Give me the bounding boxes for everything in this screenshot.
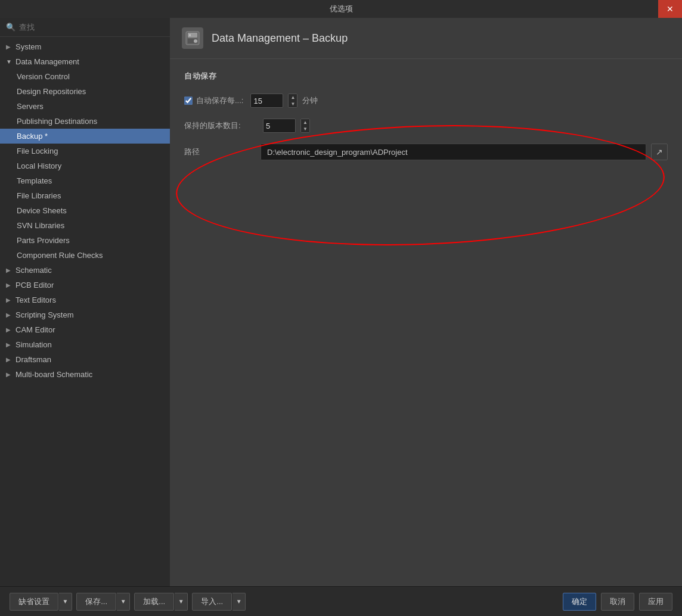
load-button[interactable]: 加载... — [134, 593, 174, 611]
sidebar-item-label-component-rule-checks: Component Rule Checks — [17, 251, 103, 260]
versions-up-arrow[interactable]: ▲ — [301, 119, 309, 126]
expand-arrow-schematic: ▶ — [6, 267, 13, 273]
default-btn-group: 缺省设置 ▼ — [10, 593, 72, 611]
sidebar-item-label-simulation: Simulation — [16, 340, 52, 349]
path-row: 路径 ↗ — [184, 144, 668, 160]
autosave-interval-row: 自动保存每...: 15 ▲ ▼ 分钟 — [184, 94, 668, 108]
sidebar-item-label-pcb-editor: PCB Editor — [16, 281, 54, 290]
sidebar-item-label-parts-providers: Parts Providers — [17, 236, 70, 245]
interval-down-arrow[interactable]: ▼ — [289, 101, 297, 107]
expand-arrow-text-editors: ▶ — [6, 297, 13, 303]
versions-spinner-arrows[interactable]: ▲ ▼ — [300, 119, 310, 133]
backup-icon — [184, 30, 201, 46]
sidebar-item-file-libraries[interactable]: File Libraries — [0, 188, 170, 203]
versions-value: 5 — [266, 122, 270, 130]
sidebar: 🔍 ▶ System ▼ Data Management Version Con… — [0, 18, 170, 586]
titlebar-title: 优选项 — [330, 4, 353, 14]
sidebar-item-label-cam-editor: CAM Editor — [16, 325, 55, 334]
load-btn-group: 加载... ▼ — [134, 593, 188, 611]
autosave-checkbox-label[interactable]: 自动保存每...: — [184, 95, 243, 106]
browse-icon: ↗ — [656, 147, 663, 157]
versions-down-arrow[interactable]: ▼ — [301, 126, 309, 132]
cancel-button[interactable]: 取消 — [601, 593, 634, 611]
sidebar-item-templates[interactable]: Templates — [0, 173, 170, 188]
save-dropdown-arrow[interactable]: ▼ — [117, 593, 130, 611]
interval-value: 15 — [253, 97, 262, 105]
content-title: Data Management – Backup — [212, 32, 348, 45]
load-dropdown-arrow[interactable]: ▼ — [175, 593, 188, 611]
content-icon — [182, 27, 203, 49]
sidebar-item-label-device-sheets: Device Sheets — [17, 206, 67, 215]
sidebar-item-label-data-management: Data Management — [16, 57, 79, 66]
default-button[interactable]: 缺省设置 — [10, 593, 58, 611]
autosave-checkbox[interactable] — [184, 97, 193, 105]
section-header: 自动保存 — [184, 71, 668, 82]
content-header: Data Management – Backup — [170, 18, 682, 59]
titlebar: 优选项 ✕ — [0, 0, 682, 18]
sidebar-item-publishing-destinations[interactable]: Publishing Destinations — [0, 114, 170, 129]
sidebar-item-label-design-repositories: Design Repositories — [17, 87, 86, 96]
import-dropdown-arrow[interactable]: ▼ — [232, 593, 246, 611]
interval-spinner-group: 15 ▲ ▼ 分钟 — [250, 94, 318, 108]
versions-row: 保持的版本数目: 5 ▲ ▼ — [184, 119, 668, 133]
sidebar-item-label-templates: Templates — [17, 176, 52, 185]
save-button[interactable]: 保存... — [76, 593, 116, 611]
expand-arrow-data-management: ▼ — [6, 58, 13, 65]
path-input[interactable] — [261, 144, 646, 160]
expand-arrow-scripting-system: ▶ — [6, 312, 13, 318]
autosave-label-text: 自动保存每...: — [196, 95, 243, 106]
content-area: Data Management – Backup 自动保存 自动保存每...: … — [170, 18, 682, 586]
interval-up-arrow[interactable]: ▲ — [289, 94, 297, 101]
import-btn-group: 导入... ▼ — [192, 593, 246, 611]
sidebar-item-pcb-editor[interactable]: ▶ PCB Editor — [0, 278, 170, 293]
sidebar-item-label-text-editors: Text Editors — [16, 295, 56, 304]
sidebar-item-system[interactable]: ▶ System — [0, 39, 170, 54]
svg-point-4 — [194, 39, 197, 43]
sidebar-item-label-version-control: Version Control — [17, 72, 70, 81]
interval-value-display: 15 — [250, 94, 283, 108]
search-bar: 🔍 — [0, 18, 170, 37]
interval-unit: 分钟 — [302, 95, 318, 106]
bottom-bar: 缺省设置 ▼ 保存... ▼ 加载... ▼ 导入... ▼ 确定 取消 应用 — [0, 586, 682, 616]
search-input[interactable] — [19, 23, 164, 32]
close-icon: ✕ — [666, 4, 674, 14]
annotation-ellipse — [174, 117, 666, 253]
sidebar-item-svn-libraries[interactable]: SVN Libraries — [0, 218, 170, 233]
default-dropdown-arrow[interactable]: ▼ — [59, 593, 72, 611]
import-button[interactable]: 导入... — [192, 593, 232, 611]
close-button[interactable]: ✕ — [658, 0, 682, 18]
sidebar-item-device-sheets[interactable]: Device Sheets — [0, 203, 170, 218]
sidebar-item-text-editors[interactable]: ▶ Text Editors — [0, 293, 170, 307]
expand-arrow-cam-editor: ▶ — [6, 326, 13, 333]
sidebar-item-version-control[interactable]: Version Control — [0, 69, 170, 84]
sidebar-item-simulation[interactable]: ▶ Simulation — [0, 337, 170, 352]
sidebar-item-label-scripting-system: Scripting System — [16, 310, 74, 319]
nav-tree: ▶ System ▼ Data Management Version Contr… — [0, 37, 170, 586]
sidebar-item-scripting-system[interactable]: ▶ Scripting System — [0, 307, 170, 322]
sidebar-item-servers[interactable]: Servers — [0, 99, 170, 114]
sidebar-item-component-rule-checks[interactable]: Component Rule Checks — [0, 248, 170, 263]
sidebar-item-draftsman[interactable]: ▶ Draftsman — [0, 352, 170, 367]
sidebar-item-label-local-history: Local History — [17, 161, 61, 170]
sidebar-item-design-repositories[interactable]: Design Repositories — [0, 84, 170, 99]
sidebar-item-data-management[interactable]: ▼ Data Management — [0, 54, 170, 69]
content-body: 自动保存 自动保存每...: 15 ▲ ▼ 分钟 — [170, 59, 682, 586]
browse-button[interactable]: ↗ — [651, 144, 668, 160]
sidebar-item-multi-board-schematic[interactable]: ▶ Multi-board Schematic — [0, 367, 170, 382]
sidebar-item-label-backup: Backup * — [17, 132, 48, 141]
sidebar-item-parts-providers[interactable]: Parts Providers — [0, 233, 170, 248]
sidebar-item-cam-editor[interactable]: ▶ CAM Editor — [0, 322, 170, 337]
ok-button[interactable]: 确定 — [563, 593, 596, 611]
sidebar-item-file-locking[interactable]: File Locking — [0, 144, 170, 158]
expand-arrow-simulation: ▶ — [6, 341, 13, 348]
sidebar-item-label-svn-libraries: SVN Libraries — [17, 221, 64, 230]
expand-arrow-system: ▶ — [6, 43, 13, 50]
apply-button[interactable]: 应用 — [639, 593, 672, 611]
interval-spinner-arrows[interactable]: ▲ ▼ — [288, 94, 297, 108]
sidebar-item-label-file-libraries: File Libraries — [17, 191, 61, 200]
sidebar-item-backup[interactable]: Backup * — [0, 129, 170, 144]
sidebar-item-schematic[interactable]: ▶ Schematic — [0, 263, 170, 278]
sidebar-item-local-history[interactable]: Local History — [0, 158, 170, 173]
save-btn-group: 保存... ▼ — [76, 593, 130, 611]
versions-value-display: 5 — [263, 119, 296, 133]
